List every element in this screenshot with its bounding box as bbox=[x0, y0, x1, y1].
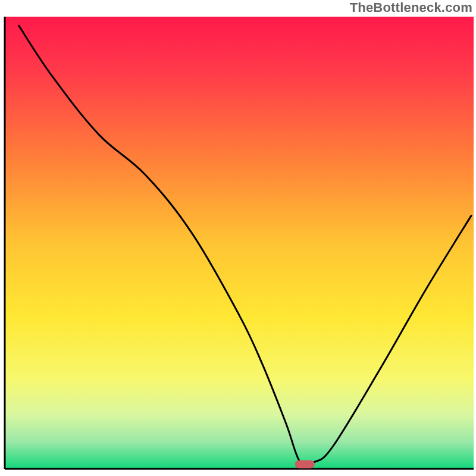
gradient-background bbox=[5, 17, 474, 469]
optimal-point-marker bbox=[295, 461, 315, 469]
bottleneck-chart: TheBottleneck.com bbox=[0, 0, 476, 476]
plot-svg bbox=[0, 0, 476, 476]
